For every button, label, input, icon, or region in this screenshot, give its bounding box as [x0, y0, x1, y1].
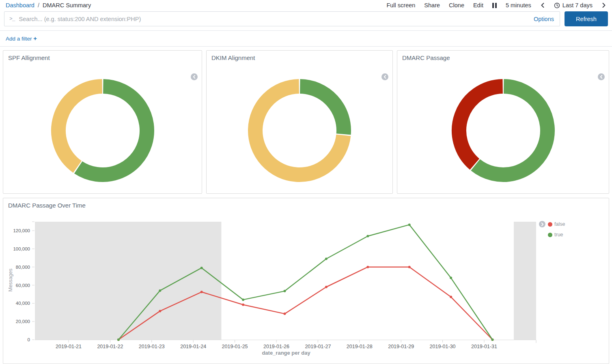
share-button[interactable]: Share [424, 2, 440, 9]
add-filter-label: Add a filter [6, 36, 32, 42]
svg-text:2019-01-29: 2019-01-29 [388, 344, 414, 349]
svg-text:2019-01-27: 2019-01-27 [305, 344, 331, 349]
legend-dot-true [548, 233, 552, 237]
page-title: DMARC Summary [43, 2, 91, 9]
dmarc-passage-donut-chart[interactable] [450, 78, 556, 183]
refresh-interval-button[interactable]: 5 minutes [506, 2, 531, 9]
legend-item-false[interactable]: false [548, 221, 565, 227]
panel-dmarc-passage: DMARC Passage [397, 50, 609, 194]
svg-text:2019-01-23: 2019-01-23 [139, 344, 165, 349]
clone-button[interactable]: Clone [449, 2, 464, 9]
breadcrumb: Dashboard / DMARC Summary [6, 2, 91, 9]
search-box: >_ Options [4, 11, 560, 26]
svg-text:2019-01-25: 2019-01-25 [222, 344, 248, 349]
svg-text:40,000: 40,000 [16, 301, 30, 306]
clock-icon [554, 2, 560, 9]
chevron-left-circle-icon[interactable] [191, 73, 198, 80]
svg-text:2019-01-31: 2019-01-31 [471, 344, 497, 349]
legend-dot-false [548, 222, 552, 227]
pause-icon[interactable] [492, 3, 497, 8]
time-forward-button[interactable] [601, 2, 606, 8]
svg-text:2019-01-28: 2019-01-28 [347, 344, 373, 349]
panel-spf-alignment: SPF Allignment [3, 50, 202, 194]
svg-text:80,000: 80,000 [16, 265, 30, 270]
dashboard-grid: SPF Allignment DKIM Alignment DMARC Pass… [0, 47, 612, 364]
console-prompt-icon: >_ [9, 16, 15, 22]
svg-text:120,000: 120,000 [13, 228, 30, 233]
options-link[interactable]: Options [534, 16, 555, 22]
dkim-alignment-donut-chart[interactable] [247, 78, 352, 183]
filter-bar: Add a filter + [0, 31, 612, 46]
add-filter-button[interactable]: Add a filter + [6, 36, 37, 42]
breadcrumb-separator: / [38, 2, 39, 9]
chevron-right-icon [601, 2, 606, 8]
panel-title: DMARC Passage [397, 51, 609, 61]
edit-button[interactable]: Edit [473, 2, 483, 9]
svg-text:60,000: 60,000 [16, 283, 30, 288]
svg-text:100,000: 100,000 [13, 246, 30, 251]
chevron-left-circle-icon[interactable] [381, 73, 388, 80]
top-nav-bar: Dashboard / DMARC Summary Full screen Sh… [0, 0, 612, 11]
refresh-button[interactable]: Refresh [565, 11, 608, 26]
y-axis-label: Messages [8, 258, 13, 302]
x-axis-label: date_range per day [146, 350, 426, 356]
time-back-button[interactable] [540, 2, 545, 8]
plus-icon: + [33, 35, 37, 42]
chevron-right-circle-icon[interactable] [539, 221, 545, 227]
chevron-left-circle-icon[interactable] [598, 73, 605, 80]
panel-title: DMARC Passage Over Time [3, 198, 609, 209]
breadcrumb-dashboard-link[interactable]: Dashboard [6, 2, 34, 9]
legend-item-true[interactable]: true [548, 231, 565, 238]
dmarc-passage-over-time-line-chart[interactable]: 2019-01-212019-01-222019-01-232019-01-24… [3, 198, 609, 364]
chevron-left-icon [540, 2, 545, 8]
panel-title: SPF Allignment [3, 51, 202, 61]
legend-label: true [554, 232, 563, 238]
svg-text:0: 0 [28, 337, 30, 342]
panel-dmarc-passage-over-time: 2019-01-212019-01-222019-01-232019-01-24… [3, 198, 609, 364]
legend-label: false [554, 221, 565, 227]
svg-text:20,000: 20,000 [16, 319, 30, 324]
svg-text:2019-01-24: 2019-01-24 [180, 344, 206, 349]
svg-text:2019-01-22: 2019-01-22 [97, 344, 123, 349]
query-bar: >_ Options Refresh [4, 11, 608, 26]
search-input[interactable] [19, 16, 530, 22]
spf-alignment-donut-chart[interactable] [50, 78, 155, 183]
svg-text:2019-01-30: 2019-01-30 [430, 344, 456, 349]
svg-text:2019-01-21: 2019-01-21 [56, 344, 82, 349]
panel-title: DKIM Alignment [207, 51, 392, 61]
dashboard-menu: Full screen Share Clone Edit 5 minutes L… [386, 2, 606, 9]
svg-text:2019-01-26: 2019-01-26 [263, 344, 289, 349]
panel-dkim-alignment: DKIM Alignment [206, 50, 393, 194]
full-screen-button[interactable]: Full screen [386, 2, 415, 9]
time-range-label: Last 7 days [562, 2, 593, 9]
time-picker-button[interactable]: Last 7 days [554, 2, 593, 9]
